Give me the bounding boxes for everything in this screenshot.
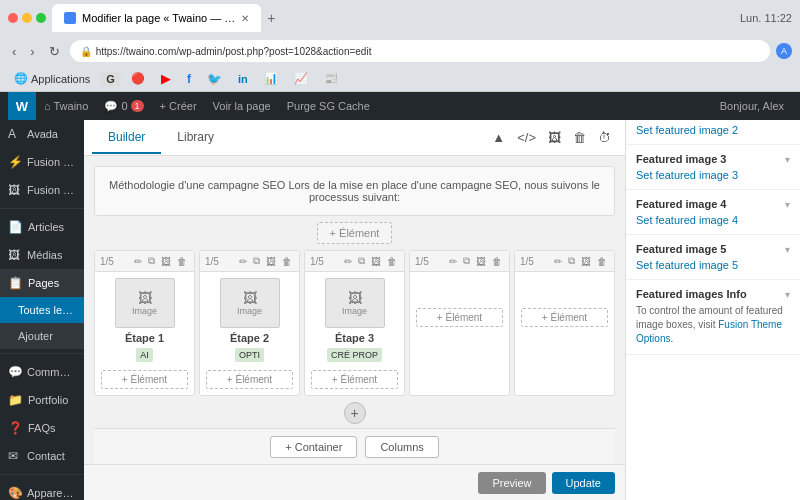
content-with-bottom: Builder Library ▲ </> 🖼 🗑 ⏱ Méthodologie… (84, 120, 625, 500)
col-add-btn-4[interactable]: + Élément (416, 308, 503, 327)
set-featured-image-5-link[interactable]: Set featured image 5 (636, 259, 738, 271)
image-icon-2: 🖼 (243, 290, 257, 306)
column-body-4: + Élément (410, 272, 509, 333)
set-featured-image-2-link[interactable]: Set featured image 2 (636, 124, 738, 136)
sidebar-item-pages[interactable]: 📋 Pages (0, 269, 84, 297)
tab-builder[interactable]: Builder (92, 122, 161, 154)
bookmark-in[interactable]: in (232, 71, 254, 87)
toolbar-image-btn[interactable]: 🖼 (542, 126, 567, 149)
sidebar-sep1 (0, 208, 84, 209)
set-featured-image-4-link[interactable]: Set featured image 4 (636, 214, 738, 226)
col-edit-4[interactable]: ✏ (447, 254, 459, 268)
close-tab-icon[interactable]: ✕ (241, 13, 249, 24)
col-copy-1[interactable]: ⧉ (146, 254, 157, 268)
bookmark-yt[interactable]: ▶ (155, 69, 177, 88)
add-container-button[interactable]: + Container (270, 436, 357, 458)
column-body-1: 🖼 Image Étape 1 AI + Élément (95, 272, 194, 395)
col-label-2: Étape 2 (230, 332, 269, 344)
wp-admin-comments[interactable]: 💬 0 1 (96, 92, 151, 120)
back-button[interactable]: ‹ (8, 42, 20, 61)
sidebar-item-all-pages[interactable]: Toutes les pages (0, 297, 84, 323)
plus-circle-button[interactable]: + (344, 402, 366, 424)
bookmark-news[interactable]: 📰 (318, 70, 344, 87)
close-dot[interactable] (8, 13, 18, 23)
toolbar-trash-btn[interactable]: 🗑 (567, 126, 592, 149)
builder-toolbar: Builder Library ▲ </> 🖼 🗑 ⏱ (84, 120, 625, 156)
sidebar-item-medias[interactable]: 🖼 Médias (0, 241, 84, 269)
toolbar-history-btn[interactable]: ⏱ (592, 126, 617, 149)
col-add-btn-5[interactable]: + Élément (521, 308, 608, 327)
col-add-btn-1[interactable]: + Élément (101, 370, 188, 389)
col-del-3[interactable]: 🗑 (385, 254, 399, 268)
col-img-5[interactable]: 🖼 (579, 254, 593, 268)
bookmark-red[interactable]: 🔴 (125, 70, 151, 87)
col-add-btn-2[interactable]: + Élément (206, 370, 293, 389)
sidebar-item-faqs[interactable]: ❓ FAQs (0, 414, 84, 442)
fi4-chevron[interactable]: ▾ (785, 199, 790, 210)
wp-logo[interactable]: W (8, 92, 36, 120)
chrome-browser-bar: Modifier la page « Twaino — … ✕ + Lun. 1… (0, 0, 800, 36)
update-button[interactable]: Update (552, 472, 615, 494)
bookmark-chart[interactable]: 📊 (258, 70, 284, 87)
window-controls (8, 13, 46, 23)
col-del-5[interactable]: 🗑 (595, 254, 609, 268)
bookmark-applications[interactable]: 🌐 Applications (8, 70, 96, 87)
col-copy-2[interactable]: ⧉ (251, 254, 262, 268)
panel-section-fi2: Set featured image 2 (626, 120, 800, 145)
preview-button[interactable]: Preview (478, 472, 545, 494)
toolbar-collapse-btn[interactable]: ▲ (486, 126, 511, 149)
col-edit-2[interactable]: ✏ (237, 254, 249, 268)
tab-library[interactable]: Library (161, 122, 230, 154)
sidebar-item-portfolio[interactable]: 📁 Portfolio (0, 386, 84, 414)
applications-icon: 🌐 (14, 72, 28, 85)
fi-info-chevron[interactable]: ▾ (785, 289, 790, 300)
panel-section-fi4: Featured image 4 ▾ Set featured image 4 (626, 190, 800, 235)
col-copy-3[interactable]: ⧉ (356, 254, 367, 268)
col-img-4[interactable]: 🖼 (474, 254, 488, 268)
col-copy-4[interactable]: ⧉ (461, 254, 472, 268)
sidebar-item-contact[interactable]: ✉ Contact (0, 442, 84, 470)
col-edit-3[interactable]: ✏ (342, 254, 354, 268)
wp-admin-site[interactable]: ⌂ Twaino (36, 92, 96, 120)
address-bar[interactable]: 🔒 https://twaino.com/wp-admin/post.php?p… (70, 40, 770, 62)
col-icons-4: ✏ ⧉ 🖼 🗑 (447, 254, 504, 268)
col-img-3[interactable]: 🖼 (369, 254, 383, 268)
col-del-4[interactable]: 🗑 (490, 254, 504, 268)
sidebar-item-fusion-slider[interactable]: 🖼 Fusion Slider (0, 176, 84, 204)
reload-button[interactable]: ↻ (45, 42, 64, 61)
bookmark-g[interactable]: G (100, 72, 121, 86)
set-featured-image-3-link[interactable]: Set featured image 3 (636, 169, 738, 181)
wp-admin-view[interactable]: Voir la page (205, 92, 279, 120)
address-bar-row: ‹ › ↻ 🔒 https://twaino.com/wp-admin/post… (0, 36, 800, 66)
col-copy-5[interactable]: ⧉ (566, 254, 577, 268)
sidebar-item-comments[interactable]: 💬 Commentaires (0, 358, 84, 386)
browser-tab[interactable]: Modifier la page « Twaino — … ✕ (52, 4, 261, 32)
col-edit-5[interactable]: ✏ (552, 254, 564, 268)
fi3-chevron[interactable]: ▾ (785, 154, 790, 165)
sidebar-item-appearance[interactable]: 🎨 Apparence (0, 479, 84, 500)
col-img-2[interactable]: 🖼 (264, 254, 278, 268)
wp-admin-create[interactable]: + Créer (152, 92, 205, 120)
new-tab-button[interactable]: + (267, 10, 275, 26)
col-edit-1[interactable]: ✏ (132, 254, 144, 268)
sidebar-item-avada[interactable]: A Avada (0, 120, 84, 148)
toolbar-code-btn[interactable]: </> (511, 126, 542, 149)
bookmark-blue2[interactable]: 🐦 (201, 70, 228, 88)
col-del-2[interactable]: 🗑 (280, 254, 294, 268)
bookmark-chart2[interactable]: 📈 (288, 70, 314, 87)
minimize-dot[interactable] (22, 13, 32, 23)
add-columns-button[interactable]: Columns (365, 436, 438, 458)
forward-button[interactable]: › (26, 42, 38, 61)
sidebar-item-fusion-builder[interactable]: ⚡ Fusion Builder (0, 148, 84, 176)
col-del-1[interactable]: 🗑 (175, 254, 189, 268)
add-element-button-top[interactable]: + Élément (317, 222, 393, 244)
col-img-1[interactable]: 🖼 (159, 254, 173, 268)
avada-icon: A (8, 127, 22, 141)
maximize-dot[interactable] (36, 13, 46, 23)
fi5-chevron[interactable]: ▾ (785, 244, 790, 255)
bookmark-blue1[interactable]: f (181, 70, 197, 88)
wp-admin-cache[interactable]: Purge SG Cache (279, 92, 378, 120)
col-add-btn-3[interactable]: + Élément (311, 370, 398, 389)
sidebar-item-add-page[interactable]: Ajouter (0, 323, 84, 349)
sidebar-item-articles[interactable]: 📄 Articles (0, 213, 84, 241)
